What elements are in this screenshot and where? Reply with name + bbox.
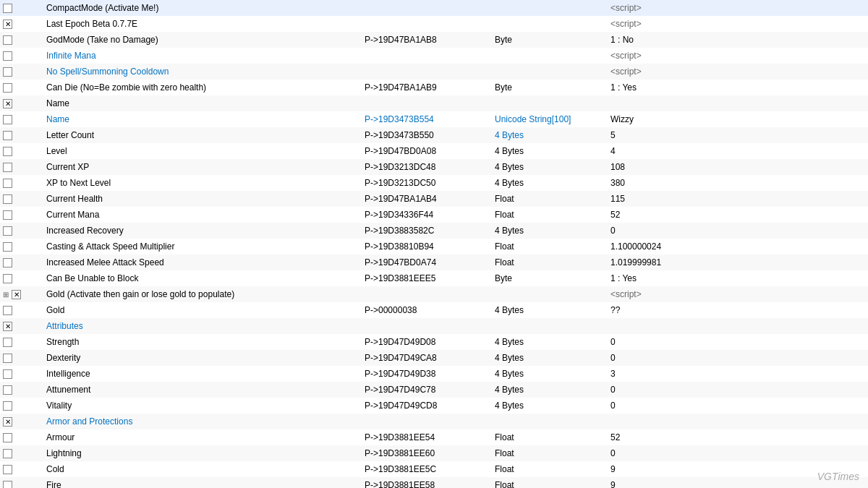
checkbox[interactable] (3, 147, 12, 156)
table-row[interactable]: CompactMode (Activate Me!)<script> (0, 0, 868, 16)
table-row[interactable]: Armor and Protections (0, 414, 868, 429)
table-row[interactable]: ArmourP->19D3881EE54Float52 (0, 429, 868, 445)
table-row[interactable]: NameP->19D3473B554Unicode String[100]Wiz… (0, 111, 868, 127)
checkbox[interactable] (3, 481, 12, 489)
table-row[interactable]: Can Be Unable to BlockP->19D3881EEE5Byte… (0, 270, 868, 286)
value-cell: 0 (608, 445, 868, 461)
check-cell[interactable] (0, 429, 43, 445)
check-cell[interactable] (0, 0, 43, 16)
table-row[interactable]: Infinite Mana<script> (0, 48, 868, 64)
value-cell: Wizzy (608, 111, 868, 127)
check-cell[interactable] (0, 461, 43, 477)
check-cell[interactable] (0, 334, 43, 350)
checkbox[interactable] (3, 115, 12, 124)
check-cell[interactable] (0, 64, 43, 80)
check-cell[interactable] (0, 270, 43, 286)
table-row[interactable]: Attributes (0, 318, 868, 334)
checkbox[interactable] (3, 67, 12, 77)
checkbox[interactable] (3, 465, 12, 474)
checkbox[interactable] (3, 338, 12, 347)
checkbox[interactable] (3, 99, 12, 108)
checkbox[interactable] (3, 35, 12, 45)
table-row[interactable]: GoldP->000000384 Bytes?? (0, 302, 868, 318)
table-row[interactable]: Increased RecoveryP->19D3883582C4 Bytes0 (0, 223, 868, 239)
checkbox[interactable] (3, 163, 12, 172)
checkbox[interactable] (3, 322, 12, 331)
checkbox[interactable] (3, 433, 12, 442)
table-row[interactable]: Name (0, 95, 868, 111)
check-cell[interactable] (0, 80, 43, 95)
table-row[interactable]: AttunementP->19D47D49C784 Bytes0 (0, 382, 868, 398)
table-row[interactable]: LightningP->19D3881EE60Float0 (0, 445, 868, 461)
table-row[interactable]: Casting & Attack Speed MultiplierP->19D3… (0, 239, 868, 254)
check-cell[interactable] (0, 398, 43, 414)
checkbox[interactable] (3, 4, 12, 13)
checkbox[interactable] (3, 258, 12, 267)
table-row[interactable]: Increased Melee Attack SpeedP->19D47BD0A… (0, 254, 868, 270)
check-cell[interactable]: ⊞ (0, 286, 43, 302)
checkbox[interactable] (3, 306, 12, 315)
check-cell[interactable] (0, 223, 43, 239)
check-cell[interactable] (0, 445, 43, 461)
table-row[interactable]: Last Epoch Beta 0.7.7E<script> (0, 16, 868, 32)
checkbox[interactable] (3, 401, 12, 411)
checkbox[interactable] (3, 385, 12, 395)
table-row[interactable]: GodMode (Take no Damage)P->19D47BA1AB8By… (0, 32, 868, 48)
table-row[interactable]: No Spell/Summoning Cooldown<script> (0, 64, 868, 80)
check-cell[interactable] (0, 95, 43, 111)
check-cell[interactable] (0, 254, 43, 270)
check-cell[interactable] (0, 382, 43, 398)
checkbox[interactable] (3, 449, 12, 458)
table-row[interactable]: LevelP->19D47BD0A084 Bytes4 (0, 143, 868, 159)
table-row[interactable]: Current HealthP->19D47BA1AB4Float115 (0, 191, 868, 207)
check-cell[interactable] (0, 350, 43, 366)
table-row[interactable]: Current XPP->19D3213DC484 Bytes108 (0, 159, 868, 175)
check-cell[interactable] (0, 207, 43, 223)
check-cell[interactable] (0, 175, 43, 191)
check-cell[interactable] (0, 16, 43, 32)
checkbox[interactable] (3, 51, 12, 61)
check-cell[interactable] (0, 414, 43, 429)
checkbox[interactable] (12, 290, 21, 299)
address-cell: P->19D3881EE54 (362, 429, 492, 445)
table-row[interactable]: Letter CountP->19D3473B5504 Bytes5 (0, 127, 868, 143)
checkbox[interactable] (3, 274, 12, 283)
check-cell[interactable] (0, 318, 43, 334)
table-row[interactable]: ColdP->19D3881EE5CFloat9 (0, 461, 868, 477)
table-row[interactable]: Can Die (No=Be zombie with zero health)P… (0, 80, 868, 95)
checkbox[interactable] (3, 194, 12, 204)
table-row[interactable]: XP to Next LevelP->19D3213DC504 Bytes380 (0, 175, 868, 191)
table-row[interactable]: Current ManaP->19D34336F44Float52 (0, 207, 868, 223)
check-cell[interactable] (0, 239, 43, 254)
check-cell[interactable] (0, 32, 43, 48)
table-row[interactable]: VitalityP->19D47D49CD84 Bytes0 (0, 398, 868, 414)
checkbox[interactable] (3, 354, 12, 363)
check-cell[interactable] (0, 477, 43, 488)
table-row[interactable]: DexterityP->19D47D49CA84 Bytes0 (0, 350, 868, 366)
checkbox[interactable] (3, 242, 12, 252)
expand-icon[interactable]: ⊞ (3, 291, 9, 299)
check-cell[interactable] (0, 191, 43, 207)
table-row[interactable]: StrengthP->19D47D49D084 Bytes0 (0, 334, 868, 350)
checkbox[interactable] (3, 210, 12, 220)
check-cell[interactable] (0, 302, 43, 318)
table-row[interactable]: ⊞Gold (Activate then gain or lose gold t… (0, 286, 868, 302)
check-cell[interactable] (0, 143, 43, 159)
check-cell[interactable] (0, 48, 43, 64)
checkbox[interactable] (3, 83, 12, 93)
check-cell[interactable] (0, 111, 43, 127)
checkbox[interactable] (3, 226, 12, 236)
checkbox[interactable] (3, 131, 12, 140)
table-row[interactable]: FireP->19D3881EE58Float9 (0, 477, 868, 488)
address-cell: P->19D3883582C (362, 223, 492, 239)
check-cell[interactable] (0, 127, 43, 143)
name-cell: Armour (43, 429, 362, 445)
cheat-table-container[interactable]: CompactMode (Activate Me!)<script>Last E… (0, 0, 868, 488)
checkbox[interactable] (3, 417, 12, 427)
table-row[interactable]: IntelligenceP->19D47D49D384 Bytes3 (0, 366, 868, 382)
checkbox[interactable] (3, 369, 12, 379)
check-cell[interactable] (0, 366, 43, 382)
check-cell[interactable] (0, 159, 43, 175)
checkbox[interactable] (3, 179, 12, 188)
checkbox[interactable] (3, 20, 12, 29)
